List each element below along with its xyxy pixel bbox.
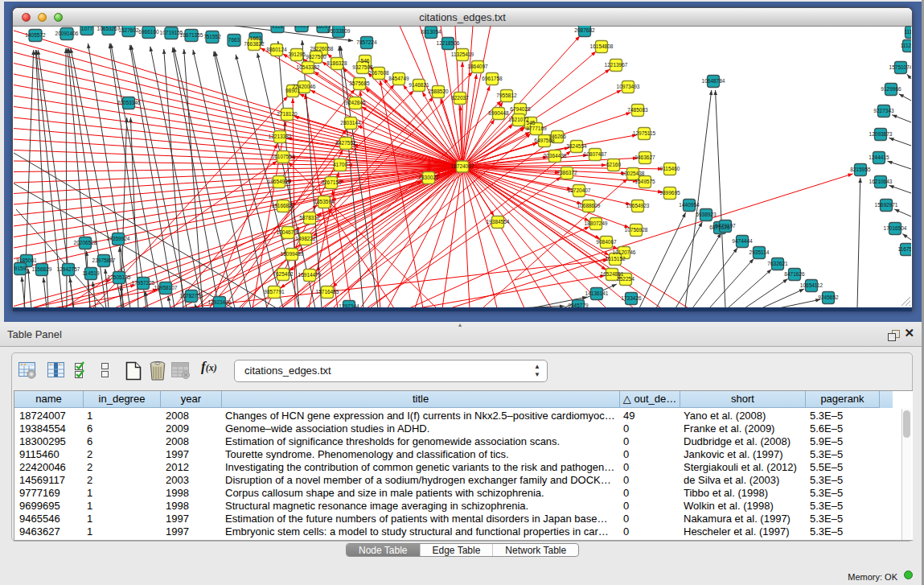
svg-text:116753: 116753 <box>897 246 911 252</box>
svg-text:9318: 9318 <box>272 26 284 29</box>
svg-text:16099489: 16099489 <box>281 251 304 257</box>
svg-text:8860124: 8860124 <box>266 47 287 52</box>
svg-text:16107554: 16107554 <box>272 154 295 159</box>
svg-text:252254: 252254 <box>617 276 634 282</box>
svg-text:12942757: 12942757 <box>57 266 80 272</box>
svg-text:111253: 111253 <box>901 43 911 48</box>
svg-text:391295: 391295 <box>288 51 306 57</box>
svg-text:10648784: 10648784 <box>702 78 725 84</box>
svg-text:8427552: 8427552 <box>335 140 356 146</box>
svg-text:6966160: 6966160 <box>138 29 159 35</box>
svg-text:1733426: 1733426 <box>621 295 642 301</box>
svg-text:19654923: 19654923 <box>626 203 650 208</box>
svg-text:1156829: 1156829 <box>32 266 52 272</box>
svg-text:11325419: 11325419 <box>451 51 474 57</box>
svg-text:1615152: 1615152 <box>605 256 626 262</box>
svg-text:18807249: 18807249 <box>585 220 608 226</box>
svg-text:6479197: 6479197 <box>715 223 736 229</box>
svg-text:7625402: 7625402 <box>273 271 294 277</box>
svg-text:1498222: 1498222 <box>295 236 316 241</box>
svg-text:19654925: 19654925 <box>268 179 291 184</box>
svg-text:16033809: 16033809 <box>327 28 351 34</box>
svg-text:9327508: 9327508 <box>352 64 373 70</box>
svg-text:8215955: 8215955 <box>850 167 871 172</box>
svg-text:1864097: 1864097 <box>467 64 488 69</box>
svg-text:1830027: 1830027 <box>418 175 439 180</box>
svg-text:10046798: 10046798 <box>277 229 300 235</box>
svg-text:9115460: 9115460 <box>660 166 680 171</box>
svg-text:391591: 391591 <box>14 266 29 271</box>
svg-text:41700: 41700 <box>333 162 347 167</box>
svg-text:8186328: 8186328 <box>326 60 347 66</box>
svg-text:9857791: 9857791 <box>264 289 285 295</box>
svg-text:17359924: 17359924 <box>107 236 130 241</box>
svg-text:9463627: 9463627 <box>634 154 655 160</box>
svg-text:3824554: 3824554 <box>566 143 587 149</box>
svg-text:751552: 751552 <box>203 34 221 39</box>
svg-text:12218506: 12218506 <box>437 40 460 46</box>
svg-text:7663: 7663 <box>228 37 240 43</box>
svg-text:18724007: 18724007 <box>451 163 474 169</box>
svg-text:545: 545 <box>527 120 536 126</box>
svg-text:16154808: 16154808 <box>590 43 614 49</box>
svg-text:9129966: 9129966 <box>881 86 901 92</box>
svg-text:20053346: 20053346 <box>117 100 141 105</box>
svg-text:98901: 98901 <box>285 88 300 93</box>
svg-text:2087682: 2087682 <box>574 27 595 33</box>
svg-text:7386372: 7386372 <box>556 170 577 175</box>
svg-text:19166827: 19166827 <box>272 203 295 208</box>
svg-text:20091406: 20091406 <box>55 31 79 36</box>
svg-text:15716485: 15716485 <box>316 289 339 295</box>
svg-text:19384554: 19384554 <box>487 219 510 225</box>
svg-text:7857224: 7857224 <box>356 39 377 45</box>
svg-text:12213967: 12213967 <box>605 62 628 68</box>
svg-text:12505135: 12505135 <box>108 274 131 280</box>
svg-text:15692971: 15692971 <box>875 202 898 208</box>
svg-text:7663822: 7663822 <box>244 41 265 47</box>
svg-text:9777169: 9777169 <box>526 126 547 131</box>
svg-text:9185061: 9185061 <box>16 257 37 263</box>
svg-text:8813054: 8813054 <box>421 29 441 35</box>
svg-text:12213382: 12213382 <box>269 134 292 139</box>
svg-text:16210643: 16210643 <box>869 179 893 184</box>
svg-text:3575685: 3575685 <box>349 80 370 86</box>
svg-text:9084067: 9084067 <box>596 239 617 245</box>
svg-text:62160: 62160 <box>606 162 621 167</box>
svg-text:7632621: 7632621 <box>767 261 788 266</box>
svg-text:12975115: 12975115 <box>633 130 656 136</box>
svg-text:9899695: 9899695 <box>659 190 680 196</box>
svg-text:7955812: 7955812 <box>496 93 517 98</box>
svg-text:9242845: 9242845 <box>345 100 366 105</box>
svg-text:1405572: 1405572 <box>25 32 46 38</box>
svg-text:8454749: 8454749 <box>388 76 409 81</box>
svg-text:28226058: 28226058 <box>310 46 334 51</box>
svg-text:2935114: 2935114 <box>749 249 770 255</box>
svg-text:17957225: 17957225 <box>132 280 155 286</box>
svg-text:8990448: 8990448 <box>488 110 509 116</box>
svg-text:10653267: 10653267 <box>97 26 121 31</box>
svg-text:14136141: 14136141 <box>585 290 609 296</box>
svg-text:9227343: 9227343 <box>873 108 894 113</box>
svg-text:1077: 1077 <box>81 26 93 31</box>
svg-text:16914479: 16914479 <box>298 272 322 278</box>
svg-text:114519: 114519 <box>82 270 100 276</box>
svg-text:15720407: 15720407 <box>568 187 591 193</box>
svg-text:2588520: 2588520 <box>428 89 449 94</box>
svg-text:9827500: 9827500 <box>306 54 326 60</box>
svg-text:6497568: 6497568 <box>534 138 555 143</box>
svg-text:10958107: 10958107 <box>154 285 178 290</box>
svg-text:11124: 11124 <box>904 29 911 35</box>
svg-text:1353594: 1353594 <box>314 199 335 204</box>
svg-text:2718120: 2718120 <box>277 111 298 117</box>
svg-text:10120746: 10120746 <box>613 249 636 255</box>
svg-text:10756928: 10756928 <box>625 227 648 233</box>
svg-text:12923446: 12923446 <box>208 299 232 305</box>
svg-text:8471626: 8471626 <box>784 271 805 277</box>
svg-text:1663: 1663 <box>250 35 262 41</box>
svg-text:1549575: 1549575 <box>634 179 655 184</box>
svg-text:10688609: 10688609 <box>577 203 601 208</box>
svg-text:10807487: 10807487 <box>584 151 607 157</box>
svg-text:10654112: 10654112 <box>800 282 823 288</box>
svg-text:3267150: 3267150 <box>321 179 342 185</box>
svg-text:10653: 10653 <box>294 26 309 28</box>
